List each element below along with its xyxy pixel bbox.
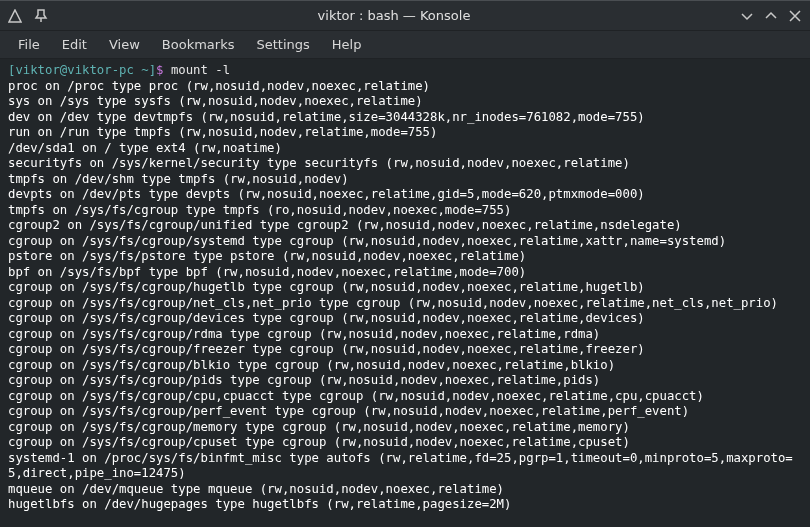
terminal-output-line: pstore on /sys/fs/pstore type pstore (rw… xyxy=(8,249,802,265)
menu-bookmarks[interactable]: Bookmarks xyxy=(152,33,245,56)
terminal-output-line: tmpfs on /sys/fs/cgroup type tmpfs (ro,n… xyxy=(8,203,802,219)
prompt-user-host: viktor@viktor-pc xyxy=(15,63,133,77)
terminal-output-line: cgroup on /sys/fs/cgroup/cpuset type cgr… xyxy=(8,435,802,451)
terminal-output-line: cgroup on /sys/fs/cgroup/systemd type cg… xyxy=(8,234,802,250)
menu-settings[interactable]: Settings xyxy=(246,33,319,56)
terminal-output-line: cgroup on /sys/fs/cgroup/blkio type cgro… xyxy=(8,358,802,374)
terminal-output-line: cgroup2 on /sys/fs/cgroup/unified type c… xyxy=(8,218,802,234)
terminal-output-line: /dev/sda1 on / type ext4 (rw,noatime) xyxy=(8,141,802,157)
titlebar[interactable]: viktor : bash — Konsole xyxy=(0,1,810,31)
terminal-viewport[interactable]: [viktor@viktor-pc ~]$ mount -lproc on /p… xyxy=(0,59,810,527)
close-icon[interactable] xyxy=(788,9,802,23)
menu-file[interactable]: File xyxy=(8,33,50,56)
terminal-output-line: systemd-1 on /proc/sys/fs/binfmt_misc ty… xyxy=(8,451,802,482)
terminal-output-line: hugetlbfs on /dev/hugepages type hugetlb… xyxy=(8,497,802,513)
prompt-close-bracket: ] xyxy=(149,63,156,77)
command-text: mount -l xyxy=(171,63,230,77)
terminal-output-line: dev on /dev type devtmpfs (rw,nosuid,rel… xyxy=(8,110,802,126)
menu-help[interactable]: Help xyxy=(322,33,372,56)
prompt-dollar: $ xyxy=(156,63,171,77)
pin-icon[interactable] xyxy=(34,9,48,23)
terminal-output-line: cgroup on /sys/fs/cgroup/freezer type cg… xyxy=(8,342,802,358)
titlebar-right-controls xyxy=(740,9,802,23)
terminal-output-line: mqueue on /dev/mqueue type mqueue (rw,no… xyxy=(8,482,802,498)
minimize-icon[interactable] xyxy=(740,9,754,23)
terminal-output-line: cgroup on /sys/fs/cgroup/cpu,cpuacct typ… xyxy=(8,389,802,405)
terminal-output-line: cgroup on /sys/fs/cgroup/rdma type cgrou… xyxy=(8,327,802,343)
terminal-output-line: cgroup on /sys/fs/cgroup/hugetlb type cg… xyxy=(8,280,802,296)
app-menu-icon[interactable] xyxy=(8,9,22,23)
window-title: viktor : bash — Konsole xyxy=(48,8,740,23)
menu-edit[interactable]: Edit xyxy=(52,33,97,56)
terminal-output-line: tmpfs on /dev/shm type tmpfs (rw,nosuid,… xyxy=(8,172,802,188)
terminal-output-line: cgroup on /sys/fs/cgroup/net_cls,net_pri… xyxy=(8,296,802,312)
maximize-icon[interactable] xyxy=(764,9,778,23)
terminal-output-line: cgroup on /sys/fs/cgroup/pids type cgrou… xyxy=(8,373,802,389)
terminal-output-line: cgroup on /sys/fs/cgroup/memory type cgr… xyxy=(8,420,802,436)
terminal-output-line: proc on /proc type proc (rw,nosuid,nodev… xyxy=(8,79,802,95)
menubar: File Edit View Bookmarks Settings Help xyxy=(0,31,810,59)
terminal-output-line: sys on /sys type sysfs (rw,nosuid,nodev,… xyxy=(8,94,802,110)
terminal-output-line: cgroup on /sys/fs/cgroup/perf_event type… xyxy=(8,404,802,420)
terminal-output-line: bpf on /sys/fs/bpf type bpf (rw,nosuid,n… xyxy=(8,265,802,281)
terminal-output-line: securityfs on /sys/kernel/security type … xyxy=(8,156,802,172)
prompt-cwd: ~ xyxy=(134,63,149,77)
terminal-output-line: cgroup on /sys/fs/cgroup/devices type cg… xyxy=(8,311,802,327)
menu-view[interactable]: View xyxy=(99,33,150,56)
terminal-output-line: devpts on /dev/pts type devpts (rw,nosui… xyxy=(8,187,802,203)
prompt-line: [viktor@viktor-pc ~]$ mount -l xyxy=(8,63,802,79)
titlebar-left-controls xyxy=(8,9,48,23)
konsole-window: viktor : bash — Konsole File Edit View B… xyxy=(0,0,810,527)
terminal-output-line: run on /run type tmpfs (rw,nosuid,nodev,… xyxy=(8,125,802,141)
